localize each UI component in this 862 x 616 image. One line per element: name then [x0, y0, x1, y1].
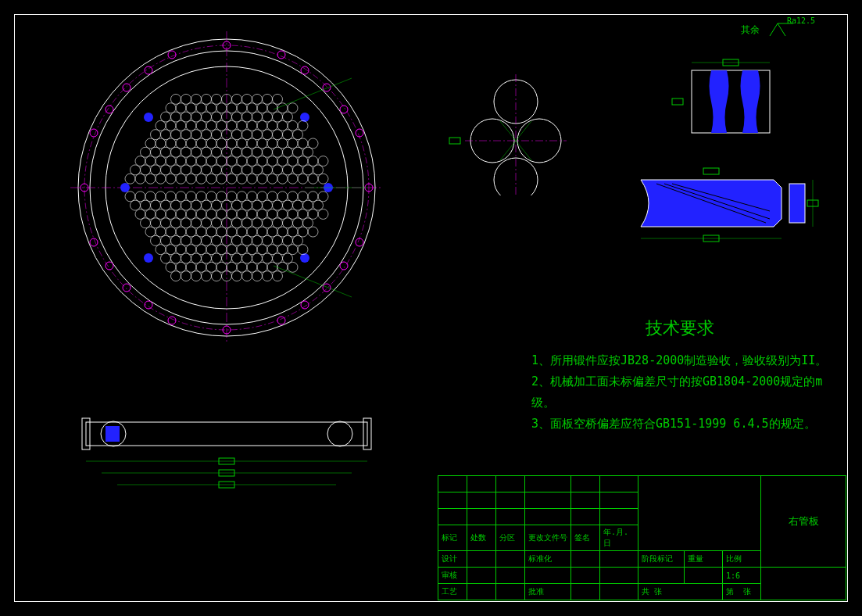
- surface-finish-label: 其余: [741, 24, 760, 35]
- svg-point-39: [202, 94, 212, 104]
- svg-point-145: [216, 156, 227, 167]
- svg-point-223: [212, 200, 222, 210]
- svg-point-236: [156, 209, 166, 219]
- tube-hole-detail: [445, 70, 586, 195]
- svg-point-52: [216, 103, 227, 113]
- svg-point-186: [237, 174, 247, 184]
- svg-point-182: [196, 174, 206, 184]
- svg-point-257: [181, 218, 191, 228]
- svg-point-349: [232, 271, 242, 281]
- svg-point-246: [257, 209, 267, 219]
- svg-point-238: [176, 209, 186, 219]
- svg-point-14: [323, 284, 331, 292]
- svg-point-234: [135, 209, 145, 219]
- svg-point-200: [176, 192, 186, 202]
- svg-point-161: [181, 165, 191, 175]
- svg-point-292: [202, 235, 212, 245]
- svg-point-150: [267, 156, 277, 167]
- svg-point-279: [237, 227, 247, 237]
- svg-point-242: [216, 209, 227, 219]
- svg-point-32: [120, 183, 130, 192]
- svg-point-71: [273, 112, 283, 122]
- svg-point-34: [144, 253, 153, 263]
- svg-point-10: [356, 238, 363, 246]
- svg-point-280: [247, 227, 257, 237]
- svg-point-276: [206, 227, 216, 237]
- svg-point-321: [202, 253, 212, 263]
- svg-point-282: [267, 227, 277, 237]
- svg-point-218: [161, 200, 171, 210]
- svg-point-337: [237, 262, 247, 272]
- svg-point-101: [283, 130, 293, 140]
- svg-point-119: [308, 138, 318, 149]
- svg-point-286: [308, 227, 318, 237]
- svg-point-339: [257, 262, 267, 272]
- svg-point-144: [206, 156, 216, 167]
- svg-point-299: [273, 235, 283, 245]
- svg-line-354: [274, 78, 352, 109]
- svg-point-177: [145, 174, 156, 184]
- svg-point-148: [247, 156, 257, 167]
- technical-requirements: 技术要求 1、所用锻件应按JB28-2000制造验收，验收级别为II。 2、机械…: [531, 313, 828, 435]
- svg-point-190: [277, 174, 288, 184]
- svg-point-108: [196, 138, 206, 149]
- svg-point-24: [340, 262, 348, 270]
- svg-point-343: [171, 271, 181, 281]
- svg-point-159: [161, 165, 171, 175]
- svg-point-83: [257, 120, 267, 131]
- svg-point-180: [176, 174, 186, 184]
- svg-point-115: [267, 138, 277, 149]
- svg-point-338: [247, 262, 257, 272]
- svg-line-356: [274, 266, 352, 297]
- svg-point-241: [206, 209, 216, 219]
- svg-point-127: [212, 147, 222, 157]
- svg-point-111: [227, 138, 237, 149]
- svg-point-134: [283, 147, 293, 157]
- svg-point-35: [300, 253, 309, 263]
- svg-point-69: [252, 112, 263, 122]
- svg-point-43: [242, 94, 252, 104]
- svg-point-211: [288, 192, 298, 202]
- svg-point-152: [288, 156, 298, 167]
- svg-point-235: [145, 209, 156, 219]
- svg-point-11: [90, 238, 98, 246]
- svg-point-262: [232, 218, 242, 228]
- svg-point-105: [166, 138, 176, 149]
- svg-point-149: [257, 156, 267, 167]
- svg-point-290: [181, 235, 191, 245]
- svg-point-31: [300, 113, 309, 122]
- svg-point-63: [191, 112, 202, 122]
- svg-point-103: [145, 138, 156, 149]
- svg-point-191: [288, 174, 298, 184]
- svg-point-47: [166, 103, 176, 113]
- svg-point-285: [298, 227, 308, 237]
- svg-point-109: [206, 138, 216, 149]
- svg-point-126: [202, 147, 212, 157]
- svg-point-281: [257, 227, 267, 237]
- part-name: 右管板: [761, 476, 846, 568]
- svg-point-76: [186, 120, 196, 131]
- svg-point-82: [247, 120, 257, 131]
- requirements-title: 技术要求: [531, 313, 828, 344]
- svg-rect-362: [106, 426, 120, 442]
- svg-point-304: [176, 245, 186, 255]
- svg-point-20: [277, 51, 285, 59]
- svg-point-199: [166, 192, 176, 202]
- tubesheet-plan-view: [70, 31, 383, 344]
- svg-point-107: [186, 138, 196, 149]
- svg-point-100: [273, 130, 283, 140]
- svg-point-16: [323, 84, 331, 91]
- svg-point-123: [171, 147, 181, 157]
- svg-point-81: [237, 120, 247, 131]
- svg-point-331: [176, 262, 186, 272]
- svg-point-301: [293, 235, 303, 245]
- svg-point-219: [171, 200, 181, 210]
- svg-point-310: [237, 245, 247, 255]
- requirement-item-3: 3、面板空桥偏差应符合GB151-1999 6.4.5的规定。: [531, 414, 828, 435]
- svg-point-169: [263, 165, 273, 175]
- svg-point-92: [191, 130, 202, 140]
- svg-rect-357: [86, 422, 367, 446]
- svg-point-104: [156, 138, 166, 149]
- svg-point-254: [151, 218, 161, 228]
- svg-point-49: [186, 103, 196, 113]
